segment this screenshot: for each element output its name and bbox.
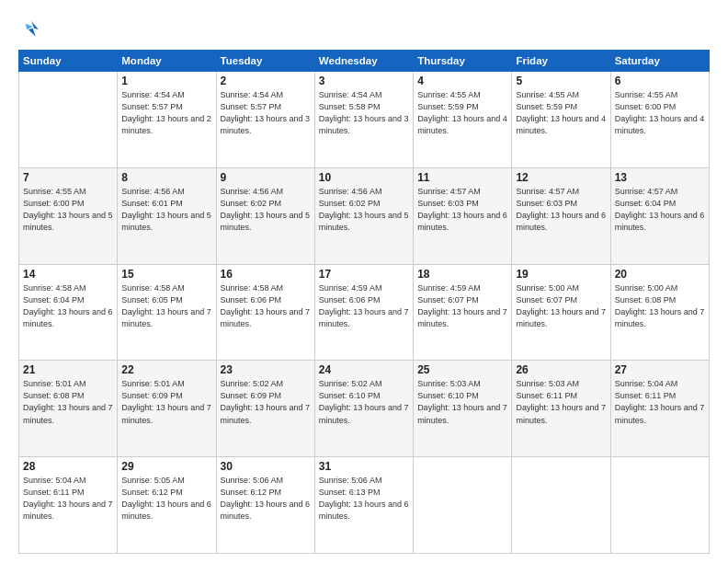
day-info: Sunrise: 5:03 AMSunset: 6:11 PMDaylight:… [516, 378, 606, 426]
day-info: Sunrise: 4:55 AMSunset: 6:00 PMDaylight:… [615, 89, 705, 137]
day-info: Sunrise: 5:06 AMSunset: 6:12 PMDaylight:… [221, 475, 311, 523]
day-info: Sunrise: 4:58 AMSunset: 6:06 PMDaylight:… [221, 282, 311, 330]
table-row [512, 457, 610, 554]
col-wednesday: Wednesday [314, 51, 413, 72]
table-row: 3Sunrise: 4:54 AMSunset: 5:58 PMDaylight… [314, 72, 413, 168]
day-info: Sunrise: 4:54 AMSunset: 5:57 PMDaylight:… [121, 89, 211, 137]
day-info: Sunrise: 4:56 AMSunset: 6:02 PMDaylight:… [221, 186, 311, 234]
day-number: 19 [516, 268, 606, 281]
day-info: Sunrise: 4:57 AMSunset: 6:03 PMDaylight:… [516, 186, 606, 234]
day-info: Sunrise: 5:02 AMSunset: 6:09 PMDaylight:… [221, 378, 311, 426]
table-row: 30Sunrise: 5:06 AMSunset: 6:12 PMDayligh… [216, 457, 314, 554]
table-row: 18Sunrise: 4:59 AMSunset: 6:07 PMDayligh… [414, 264, 512, 361]
table-row: 13Sunrise: 4:57 AMSunset: 6:04 PMDayligh… [610, 167, 709, 264]
table-row: 31Sunrise: 5:06 AMSunset: 6:13 PMDayligh… [314, 457, 413, 554]
table-row: 12Sunrise: 4:57 AMSunset: 6:03 PMDayligh… [512, 167, 610, 264]
day-info: Sunrise: 5:03 AMSunset: 6:10 PMDaylight:… [417, 378, 507, 426]
day-info: Sunrise: 5:02 AMSunset: 6:10 PMDaylight:… [319, 378, 409, 426]
logo-bird-icon [18, 17, 44, 42]
day-number: 7 [23, 171, 113, 184]
day-info: Sunrise: 5:05 AMSunset: 6:12 PMDaylight:… [121, 475, 211, 523]
table-row: 17Sunrise: 4:59 AMSunset: 6:06 PMDayligh… [314, 264, 413, 361]
day-number: 27 [615, 363, 705, 376]
day-number: 13 [615, 171, 705, 184]
table-row: 7Sunrise: 4:55 AMSunset: 6:00 PMDaylight… [19, 167, 118, 264]
day-number: 20 [615, 268, 705, 281]
table-row: 26Sunrise: 5:03 AMSunset: 6:11 PMDayligh… [512, 361, 610, 457]
day-info: Sunrise: 5:01 AMSunset: 6:08 PMDaylight:… [23, 378, 113, 426]
day-info: Sunrise: 4:59 AMSunset: 6:06 PMDaylight:… [319, 282, 409, 330]
day-number: 25 [417, 363, 507, 376]
table-row: 21Sunrise: 5:01 AMSunset: 6:08 PMDayligh… [19, 361, 118, 457]
col-monday: Monday [118, 51, 216, 72]
day-number: 8 [121, 171, 211, 184]
table-row: 24Sunrise: 5:02 AMSunset: 6:10 PMDayligh… [314, 361, 413, 457]
table-row: 5Sunrise: 4:55 AMSunset: 5:59 PMDaylight… [512, 72, 610, 168]
svg-marker-0 [28, 21, 39, 37]
table-row: 14Sunrise: 4:58 AMSunset: 6:04 PMDayligh… [19, 264, 118, 361]
table-row [610, 457, 709, 554]
day-number: 4 [417, 75, 507, 87]
day-info: Sunrise: 5:01 AMSunset: 6:09 PMDaylight:… [121, 378, 211, 426]
table-row: 25Sunrise: 5:03 AMSunset: 6:10 PMDayligh… [414, 361, 512, 457]
table-row: 29Sunrise: 5:05 AMSunset: 6:12 PMDayligh… [118, 457, 216, 554]
page: Sunday Monday Tuesday Wednesday Thursday… [0, 0, 728, 563]
day-info: Sunrise: 5:04 AMSunset: 6:11 PMDaylight:… [615, 378, 705, 426]
table-row: 20Sunrise: 5:00 AMSunset: 6:08 PMDayligh… [610, 264, 709, 361]
day-number: 3 [319, 75, 409, 87]
day-number: 23 [221, 363, 311, 376]
day-number: 18 [417, 268, 507, 281]
table-row: 16Sunrise: 4:58 AMSunset: 6:06 PMDayligh… [216, 264, 314, 361]
day-number: 14 [23, 268, 113, 281]
day-number: 2 [221, 75, 311, 87]
col-thursday: Thursday [414, 51, 512, 72]
day-number: 28 [23, 460, 113, 473]
col-saturday: Saturday [610, 51, 709, 72]
day-number: 5 [516, 75, 606, 87]
day-number: 21 [23, 363, 113, 376]
day-info: Sunrise: 4:55 AMSunset: 5:59 PMDaylight:… [516, 89, 606, 137]
day-number: 11 [417, 171, 507, 184]
calendar-week-row: 1Sunrise: 4:54 AMSunset: 5:57 PMDaylight… [19, 72, 710, 168]
header [18, 17, 710, 42]
day-number: 10 [319, 171, 409, 184]
day-info: Sunrise: 5:00 AMSunset: 6:07 PMDaylight:… [516, 282, 606, 330]
day-number: 22 [121, 363, 211, 376]
table-row: 27Sunrise: 5:04 AMSunset: 6:11 PMDayligh… [610, 361, 709, 457]
day-info: Sunrise: 4:57 AMSunset: 6:03 PMDaylight:… [417, 186, 507, 234]
day-info: Sunrise: 4:54 AMSunset: 5:58 PMDaylight:… [319, 89, 409, 137]
col-friday: Friday [512, 51, 610, 72]
day-info: Sunrise: 4:59 AMSunset: 6:07 PMDaylight:… [417, 282, 507, 330]
day-number: 26 [516, 363, 606, 376]
day-info: Sunrise: 4:58 AMSunset: 6:05 PMDaylight:… [121, 282, 211, 330]
calendar-week-row: 14Sunrise: 4:58 AMSunset: 6:04 PMDayligh… [19, 264, 710, 361]
logo [18, 17, 48, 42]
table-row: 10Sunrise: 4:56 AMSunset: 6:02 PMDayligh… [314, 167, 413, 264]
table-row: 4Sunrise: 4:55 AMSunset: 5:59 PMDaylight… [414, 72, 512, 168]
day-info: Sunrise: 5:00 AMSunset: 6:08 PMDaylight:… [615, 282, 705, 330]
day-number: 29 [121, 460, 211, 473]
day-info: Sunrise: 4:54 AMSunset: 5:57 PMDaylight:… [221, 89, 311, 137]
day-info: Sunrise: 4:58 AMSunset: 6:04 PMDaylight:… [23, 282, 113, 330]
table-row: 23Sunrise: 5:02 AMSunset: 6:09 PMDayligh… [216, 361, 314, 457]
day-number: 30 [221, 460, 311, 473]
table-row: 19Sunrise: 5:00 AMSunset: 6:07 PMDayligh… [512, 264, 610, 361]
table-row: 11Sunrise: 4:57 AMSunset: 6:03 PMDayligh… [414, 167, 512, 264]
table-row: 6Sunrise: 4:55 AMSunset: 6:00 PMDaylight… [610, 72, 709, 168]
day-number: 16 [221, 268, 311, 281]
calendar-table: Sunday Monday Tuesday Wednesday Thursday… [18, 50, 710, 554]
day-info: Sunrise: 4:55 AMSunset: 6:00 PMDaylight:… [23, 186, 113, 234]
day-info: Sunrise: 5:06 AMSunset: 6:13 PMDaylight:… [319, 475, 409, 523]
day-number: 1 [121, 75, 211, 87]
day-number: 31 [319, 460, 409, 473]
day-info: Sunrise: 4:56 AMSunset: 6:02 PMDaylight:… [319, 186, 409, 234]
day-info: Sunrise: 4:56 AMSunset: 6:01 PMDaylight:… [121, 186, 211, 234]
day-number: 17 [319, 268, 409, 281]
col-sunday: Sunday [19, 51, 118, 72]
calendar-week-row: 7Sunrise: 4:55 AMSunset: 6:00 PMDaylight… [19, 167, 710, 264]
table-row: 22Sunrise: 5:01 AMSunset: 6:09 PMDayligh… [118, 361, 216, 457]
calendar-week-row: 21Sunrise: 5:01 AMSunset: 6:08 PMDayligh… [19, 361, 710, 457]
table-row: 1Sunrise: 4:54 AMSunset: 5:57 PMDaylight… [118, 72, 216, 168]
day-number: 24 [319, 363, 409, 376]
day-info: Sunrise: 5:04 AMSunset: 6:11 PMDaylight:… [23, 475, 113, 523]
